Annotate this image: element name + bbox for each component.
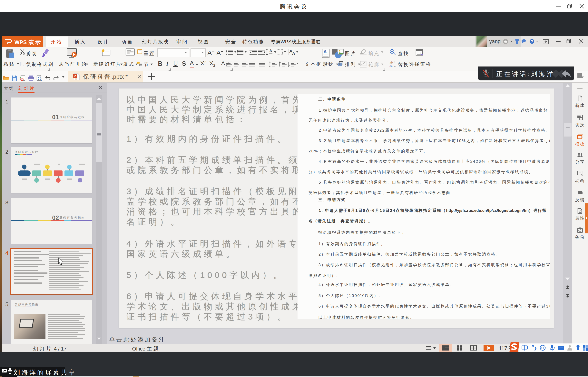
svg-text:A: A	[269, 49, 272, 53]
svg-text:ac: ac	[389, 64, 393, 68]
svg-text:?: ?	[531, 40, 533, 44]
svg-text:A: A	[323, 49, 327, 54]
svg-text:P: P	[74, 74, 76, 78]
svg-text:P: P	[21, 78, 23, 81]
svg-text:A: A	[292, 51, 295, 56]
svg-text:ab: ab	[389, 61, 393, 64]
